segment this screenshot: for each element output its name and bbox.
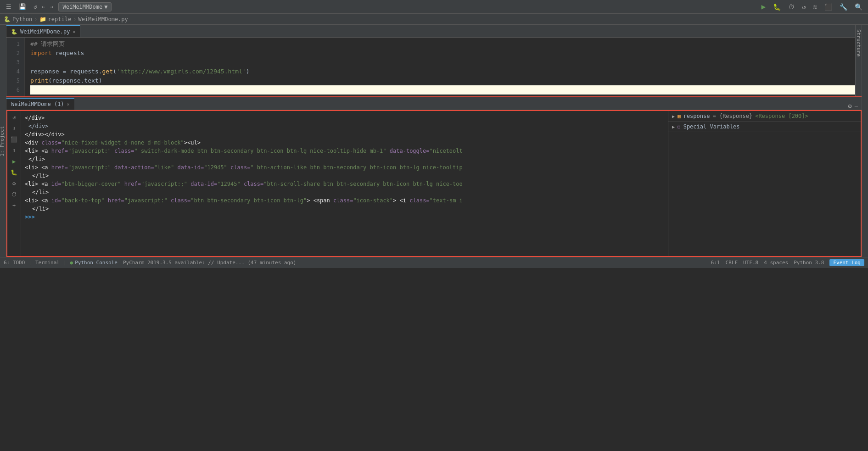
folder-icon: 📁 — [39, 16, 46, 22]
var-row-response[interactable]: ▶ ▦ response = {Response} <Response [200… — [668, 111, 861, 122]
indent[interactable]: 4 spaces — [764, 260, 788, 266]
editor-top: 🐍 WeiMeiMMDome.py × 1 2 3 4 5 6 — [6, 25, 862, 96]
stop-button[interactable]: ⬛ — [823, 2, 834, 11]
code-line-2: import requests — [30, 49, 855, 58]
var-expand-response[interactable]: ▶ — [672, 114, 675, 119]
var-name-special: Special Variables — [683, 123, 740, 130]
console-line-6: </li> — [25, 155, 664, 163]
breadcrumb-python[interactable]: 🐍 Python — [4, 16, 32, 22]
line-num-5: 5 — [6, 76, 22, 85]
update-message[interactable]: PyCharm 2019.3.5 available: // Update...… — [123, 260, 297, 266]
var-value-response: <Response [200]> — [755, 113, 808, 119]
concurrency-button[interactable]: ≋ — [812, 2, 819, 11]
scroll-up-icon[interactable]: ⬆ — [11, 146, 17, 155]
project-name: WeiMeiMMDome — [62, 4, 102, 10]
settings-button[interactable]: 🔧 — [838, 2, 849, 11]
stop-console-icon[interactable]: ⬛ — [9, 135, 19, 144]
breadcrumb-python-label: Python — [12, 16, 32, 22]
editor-tab-label: WeiMeiMMDome.py — [20, 28, 70, 35]
right-outer-sidebar — [862, 25, 868, 257]
var-eq-response: = {Response} — [712, 113, 752, 119]
title-actions: ▶ 🐛 ⏱ ↺ ≋ ⬛ 🔧 🔍 — [759, 1, 864, 12]
cursor-position: 6:1 — [711, 260, 720, 266]
python-console-button[interactable]: ● Python Console — [70, 260, 118, 266]
todo-button[interactable]: 6: TODO — [4, 260, 25, 266]
run-button[interactable]: ▶ — [759, 1, 767, 12]
profile-button[interactable]: ↺ — [800, 2, 807, 11]
debug-console-icon[interactable]: 🐛 — [9, 168, 19, 177]
nav-back[interactable]: ← — [39, 2, 48, 11]
outer-tabs-left: 1: Project 2: Favorites — [0, 25, 6, 257]
console-tab-label: WeiMeiMMDome (1) — [11, 101, 64, 107]
var-expand-special[interactable]: ▶ — [672, 124, 675, 129]
status-bar-left: 6: TODO | Terminal | ● Python Console — [4, 260, 118, 266]
sidebar-item-project[interactable]: 1: Project — [0, 25, 6, 257]
breadcrumb: 🐍 Python › 📁 reptile › WeiMeiMMDome.py — [0, 14, 868, 25]
var-row-special[interactable]: ▶ ⊞ Special Variables — [668, 122, 861, 132]
line-num-6: 6 — [6, 85, 22, 95]
console-line-5: <li> <a href="javascript:" class=" switc… — [25, 147, 664, 155]
search-everywhere-button[interactable]: 🔍 — [853, 2, 864, 11]
bottom-minimize-icon[interactable]: — — [855, 103, 858, 109]
breadcrumb-reptile[interactable]: 📁 reptile — [39, 16, 72, 22]
line-num-1: 1 — [6, 39, 22, 49]
console-tab-close[interactable]: × — [67, 102, 70, 107]
scroll-end-icon[interactable]: ⬇ — [11, 124, 17, 133]
console-output[interactable]: </div> </div> </div></div> <div class="n… — [21, 111, 668, 256]
console-line-2: </div> — [25, 122, 664, 130]
console-line-9: <li> <a id="btn-bigger-cover" href="java… — [25, 180, 664, 188]
debug-button[interactable]: 🐛 — [771, 2, 783, 11]
bottom-content: ↺ ⬇ ⬛ ⬆ ▶ 🐛 ⚙ ⏱ + </div> </div> </div></… — [6, 110, 862, 257]
editor-tab-close[interactable]: × — [73, 29, 75, 34]
terminal-button[interactable]: Terminal — [35, 260, 60, 266]
bottom-actions: ⚙ — — [848, 102, 862, 110]
nav-forward[interactable]: → — [48, 2, 56, 11]
console-line-10: </li> — [25, 188, 664, 196]
code-editor[interactable]: 1 2 3 4 5 6 ## 请求网页 import requests resp… — [6, 38, 855, 96]
console-line-12: </li> — [25, 205, 664, 213]
code-line-1: ## 请求网页 — [30, 39, 855, 49]
encoding[interactable]: UTF-8 — [743, 260, 758, 266]
code-content[interactable]: ## 请求网页 import requests response = reque… — [25, 38, 855, 96]
main-wrapper: 1: Project 2: Favorites 🐍 WeiMeiMMDome.p… — [0, 25, 868, 257]
var-icon-response: ▦ — [678, 113, 681, 119]
python-icon: 🐍 — [4, 16, 11, 22]
line-num-2: 2 — [6, 49, 22, 58]
run-console-icon[interactable]: ▶ — [11, 157, 17, 166]
chevron-down-icon: ▼ — [104, 4, 107, 10]
event-log-button[interactable]: Event Log — [829, 259, 864, 266]
variables-panel: ▶ ▦ response = {Response} <Response [200… — [668, 111, 861, 256]
breadcrumb-reptile-label: reptile — [48, 16, 72, 22]
console-line-prompt: >>> — [25, 213, 664, 221]
project-dropdown[interactable]: WeiMeiMMDome ▼ — [58, 2, 112, 11]
structure-tab-label[interactable]: Structure — [856, 29, 862, 57]
line-num-4: 4 — [6, 67, 22, 76]
console-sidebar: ↺ ⬇ ⬛ ⬆ ▶ 🐛 ⚙ ⏱ + — [7, 111, 21, 256]
editor-tab-active[interactable]: 🐍 WeiMeiMMDome.py × — [6, 25, 80, 37]
code-line-3 — [30, 58, 855, 67]
breadcrumb-sep2: › — [73, 16, 76, 22]
save-icon[interactable]: 💾 — [17, 2, 28, 11]
rerun-icon[interactable]: ↺ — [11, 113, 17, 122]
breadcrumb-sep1: › — [34, 16, 37, 22]
title-bar: ☰ 💾 ↺ ← → WeiMeiMMDome ▼ ▶ 🐛 ⏱ ↺ ≋ ⬛ 🔧 🔍 — [0, 0, 868, 14]
coverage-button[interactable]: ⏱ — [786, 2, 796, 11]
settings-console-icon[interactable]: ⚙ — [11, 179, 17, 188]
console-line-8: </li> — [25, 172, 664, 180]
line-ending[interactable]: CRLF — [726, 260, 738, 266]
bottom-settings-icon[interactable]: ⚙ — [848, 102, 851, 110]
clock-icon[interactable]: ⏱ — [10, 190, 18, 199]
line-num-3: 3 — [6, 58, 22, 67]
console-tab-active[interactable]: WeiMeiMMDome (1) × — [6, 98, 74, 110]
breadcrumb-file[interactable]: WeiMeiMMDome.py — [78, 16, 128, 22]
add-console-icon[interactable]: + — [11, 201, 17, 210]
menu-icon[interactable]: ☰ — [4, 2, 14, 11]
line-numbers: 1 2 3 4 5 6 — [6, 38, 25, 96]
console-line-3: </div></div> — [25, 130, 664, 139]
sync-icon[interactable]: ↺ — [31, 2, 39, 11]
status-bar-right: 6:1 CRLF UTF-8 4 spaces Python 3.8 Event… — [711, 259, 864, 266]
python-version[interactable]: Python 3.8 — [794, 260, 824, 266]
python-console-label: Python Console — [75, 260, 118, 266]
structure-panel-right: Structure — [855, 25, 862, 96]
editor-area: 🐍 WeiMeiMMDome.py × 1 2 3 4 5 6 — [6, 25, 855, 96]
